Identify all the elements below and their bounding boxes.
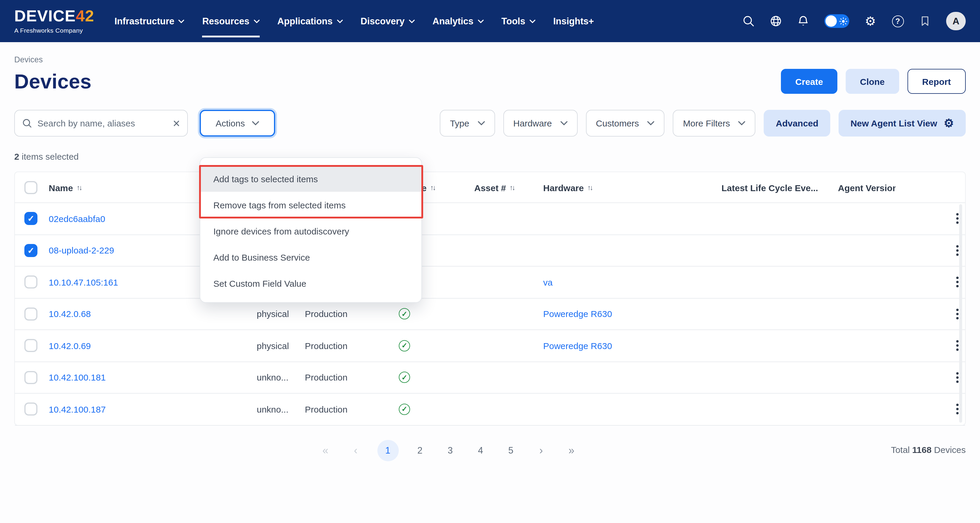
menu-item-add-tags[interactable]: Add tags to selected items bbox=[200, 166, 422, 192]
notifications-bell-icon[interactable] bbox=[797, 15, 810, 27]
sort-icon[interactable]: ↑↓ bbox=[587, 184, 592, 192]
hardware-name[interactable]: Poweredge R630 bbox=[543, 341, 612, 351]
search-icon[interactable] bbox=[742, 15, 755, 27]
chevron-down-icon bbox=[252, 121, 259, 125]
first-page-button[interactable]: « bbox=[317, 440, 334, 461]
hardware-name[interactable]: va bbox=[543, 277, 553, 287]
device-name[interactable]: 10.42.0.68 bbox=[49, 309, 91, 319]
column-header-name[interactable]: Name↑↓ bbox=[49, 172, 81, 203]
hardware-link[interactable]: Poweredge R630 bbox=[543, 330, 612, 361]
selected-label: items selected bbox=[22, 151, 79, 162]
create-button[interactable]: Create bbox=[781, 69, 837, 94]
menu-discovery[interactable]: Discovery bbox=[360, 12, 415, 30]
main-content: Devices Devices Create Clone Report × Ac… bbox=[0, 55, 980, 464]
advanced-label: Advanced bbox=[776, 118, 818, 128]
device-name[interactable]: 10.42.100.187 bbox=[49, 404, 106, 414]
gear-icon[interactable]: ⚙ bbox=[944, 117, 954, 129]
page-button-2[interactable]: 2 bbox=[411, 440, 429, 461]
logo-text: DEVICE42 bbox=[14, 9, 94, 25]
device-name[interactable]: 10.10.47.105:161 bbox=[49, 277, 118, 287]
search-box: × bbox=[14, 110, 188, 136]
devices-table: ✓ Name↑↓ In Service↑↓ Asset #↑↓ Hardware… bbox=[14, 171, 966, 426]
question-glyph: ? bbox=[892, 15, 904, 27]
filter-customers[interactable]: Customers bbox=[586, 110, 664, 136]
prev-page-button[interactable]: ‹ bbox=[347, 440, 364, 461]
device-name[interactable]: 10.42.0.69 bbox=[49, 341, 91, 351]
row-checkbox[interactable]: ✓ bbox=[24, 244, 37, 257]
filter-more[interactable]: More Filters bbox=[673, 110, 756, 136]
service-level: Production bbox=[305, 362, 347, 393]
menu-applications[interactable]: Applications bbox=[277, 12, 343, 30]
page-button-1[interactable]: 1 bbox=[377, 440, 398, 461]
menu-item-set-custom-field[interactable]: Set Custom Field Value bbox=[200, 270, 422, 296]
menu-item-ignore-devices[interactable]: Ignore devices from autodiscovery bbox=[200, 218, 422, 244]
device-name[interactable]: 08-upload-2-229 bbox=[49, 246, 114, 255]
page-button-3[interactable]: 3 bbox=[441, 440, 459, 461]
theme-toggle[interactable] bbox=[824, 14, 849, 28]
page-button-4[interactable]: 4 bbox=[472, 440, 489, 461]
menu-item-remove-tags[interactable]: Remove tags from selected items bbox=[200, 192, 422, 218]
actions-dropdown-button[interactable]: Actions bbox=[200, 110, 275, 136]
device-name-link[interactable]: 08-upload-2-229 bbox=[49, 235, 114, 266]
device-name-link[interactable]: 10.42.100.181 bbox=[49, 362, 106, 393]
menu-resources[interactable]: Resources bbox=[202, 12, 260, 30]
clone-button[interactable]: Clone bbox=[846, 69, 899, 94]
column-header-lifecycle[interactable]: Latest Life Cycle Eve... bbox=[721, 172, 818, 203]
chevron-down-icon bbox=[409, 19, 415, 23]
row-checkbox[interactable]: ✓ bbox=[24, 276, 37, 289]
advanced-button[interactable]: Advanced bbox=[764, 110, 830, 136]
filter-hardware[interactable]: Hardware bbox=[503, 110, 578, 136]
hardware-name[interactable]: Poweredge R630 bbox=[543, 309, 612, 319]
new-agent-list-view-button[interactable]: New Agent List View ⚙ bbox=[838, 110, 966, 136]
report-button[interactable]: Report bbox=[907, 69, 966, 94]
sort-icon[interactable]: ↑↓ bbox=[430, 184, 435, 192]
hardware-link[interactable]: va bbox=[543, 266, 553, 298]
menu-label: Infrastructure bbox=[115, 16, 174, 27]
user-avatar[interactable]: A bbox=[946, 12, 966, 30]
last-page-button[interactable]: » bbox=[563, 440, 580, 461]
row-checkbox[interactable]: ✓ bbox=[24, 403, 37, 416]
device-name-link[interactable]: 10.10.47.105:161 bbox=[49, 266, 118, 298]
header-label: Hardware bbox=[543, 182, 584, 193]
next-page-button[interactable]: › bbox=[532, 440, 550, 461]
row-checkbox[interactable]: ✓ bbox=[24, 212, 37, 225]
table-scrollbar[interactable] bbox=[959, 204, 962, 423]
device-type: physical bbox=[257, 330, 289, 361]
hardware-link[interactable]: Poweredge R630 bbox=[543, 298, 612, 330]
sort-icon[interactable]: ↑↓ bbox=[510, 184, 514, 192]
menu-infrastructure[interactable]: Infrastructure bbox=[115, 12, 185, 30]
check-icon: ✓ bbox=[27, 246, 34, 255]
select-all-checkbox[interactable]: ✓ bbox=[24, 181, 37, 194]
column-header-agent-version[interactable]: Agent Version bbox=[838, 172, 896, 203]
device42-logo[interactable]: DEVICE42 A Freshworks Company bbox=[14, 9, 94, 34]
help-icon[interactable]: ? bbox=[891, 15, 904, 27]
menu-tools[interactable]: Tools bbox=[501, 12, 535, 30]
menu-insights[interactable]: Insights+ bbox=[553, 12, 594, 30]
search-input[interactable] bbox=[37, 118, 167, 128]
menu-label: Analytics bbox=[433, 16, 474, 27]
bookmark-icon[interactable] bbox=[919, 15, 931, 27]
globe-icon[interactable] bbox=[770, 15, 782, 27]
device-name[interactable]: 10.42.100.181 bbox=[49, 372, 106, 383]
device-type: unkno... bbox=[257, 362, 288, 393]
menu-analytics[interactable]: Analytics bbox=[433, 12, 484, 30]
column-header-asset[interactable]: Asset #↑↓ bbox=[474, 172, 514, 203]
menu-item-add-business-service[interactable]: Add to Business Service bbox=[200, 244, 422, 270]
row-checkbox[interactable]: ✓ bbox=[24, 339, 37, 352]
page-button-5[interactable]: 5 bbox=[502, 440, 520, 461]
column-header-hardware[interactable]: Hardware↑↓ bbox=[543, 172, 592, 203]
device-name[interactable]: 02edc6aabfa0 bbox=[49, 214, 105, 224]
breadcrumb[interactable]: Devices bbox=[14, 55, 966, 64]
sort-icon[interactable]: ↑↓ bbox=[77, 184, 81, 192]
device-name-link[interactable]: 10.42.0.68 bbox=[49, 298, 91, 330]
filter-type[interactable]: Type bbox=[440, 110, 495, 136]
settings-gear-icon[interactable]: ⚙ bbox=[864, 15, 877, 27]
chevron-down-icon bbox=[647, 121, 654, 125]
clear-search-icon[interactable]: × bbox=[173, 117, 180, 129]
row-checkbox[interactable]: ✓ bbox=[24, 371, 37, 384]
total-devices: Total 1168 Devices bbox=[891, 445, 966, 455]
device-name-link[interactable]: 10.42.0.69 bbox=[49, 330, 91, 361]
device-name-link[interactable]: 10.42.100.187 bbox=[49, 394, 106, 425]
device-name-link[interactable]: 02edc6aabfa0 bbox=[49, 203, 105, 234]
row-checkbox[interactable]: ✓ bbox=[24, 307, 37, 320]
